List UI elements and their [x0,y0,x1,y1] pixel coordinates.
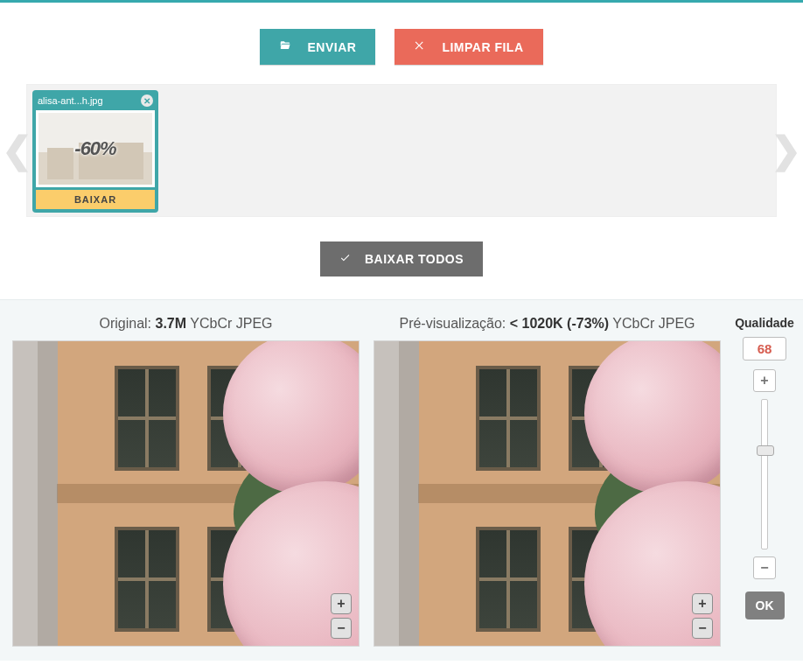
chevron-left-icon[interactable]: ❮ [2,132,32,169]
reduction-badge: -60% [38,113,152,185]
chevron-right-icon[interactable]: ❯ [771,132,801,169]
original-format: JPEG [236,316,273,331]
clear-queue-button-label: LIMPAR FILA [442,40,523,54]
original-pane: Original: 3.7M YCbCr JPEG + − [12,316,360,647]
file-card-header: alisa-ant...h.jpg ✕ [36,94,155,110]
file-name: alisa-ant...h.jpg [38,95,103,106]
zoom-controls-preview: + − [692,593,713,639]
upload-button-label: ENVIAR [307,40,356,54]
file-card[interactable]: alisa-ant...h.jpg ✕ -60% BAIXAR [32,90,158,213]
download-file-button[interactable]: BAIXAR [36,190,155,209]
quality-panel: Qualidade + − OK [735,316,794,620]
preview-area: Original: 3.7M YCbCr JPEG + − Pré-visual… [0,299,803,661]
check-icon [339,252,351,266]
preview-format: JPEG [659,316,695,331]
quality-slider-thumb[interactable] [757,445,774,456]
zoom-out-button[interactable]: − [692,618,713,639]
download-all-label: BAIXAR TODOS [365,252,464,266]
original-label: Original: 3.7M YCbCr JPEG [12,316,360,332]
preview-label: Pré-visualização: < 1020K (-73%) YCbCr J… [374,316,721,332]
quality-slider[interactable] [761,399,768,550]
close-icon [414,39,426,54]
file-thumbnail: -60% [36,110,155,187]
preview-image[interactable]: + − [374,340,721,647]
zoom-out-button[interactable]: − [331,618,352,639]
clear-queue-button[interactable]: LIMPAR FILA [395,29,542,65]
upload-button[interactable]: ENVIAR [260,29,375,65]
zoom-in-button[interactable]: + [692,593,713,614]
file-strip-container: ❮ alisa-ant...h.jpg ✕ -60% BAIXAR ❯ [0,84,803,217]
preview-prefix: Pré-visualização: [399,316,509,331]
header-buttons: ENVIAR LIMPAR FILA [0,3,803,84]
preview-size: < 1020K (-73%) [510,316,609,331]
preview-pane: Pré-visualização: < 1020K (-73%) YCbCr J… [374,316,721,647]
quality-increase-button[interactable]: + [753,369,776,392]
original-image[interactable]: + − [12,340,360,647]
file-strip: alisa-ant...h.jpg ✕ -60% BAIXAR [26,84,777,217]
zoom-controls-original: + − [331,593,352,639]
original-prefix: Original: [99,316,155,331]
preview-colorspace: YCbCr [612,316,654,331]
original-size: 3.7M [156,316,187,331]
quality-decrease-button[interactable]: − [753,556,776,579]
quality-label: Qualidade [735,316,794,330]
remove-file-icon[interactable]: ✕ [141,94,153,107]
quality-ok-button[interactable]: OK [745,592,785,620]
original-colorspace: YCbCr [190,316,232,331]
zoom-in-button[interactable]: + [331,593,352,614]
folder-open-icon [279,39,291,54]
download-all-button[interactable]: BAIXAR TODOS [320,242,483,276]
quality-input[interactable] [743,337,786,360]
